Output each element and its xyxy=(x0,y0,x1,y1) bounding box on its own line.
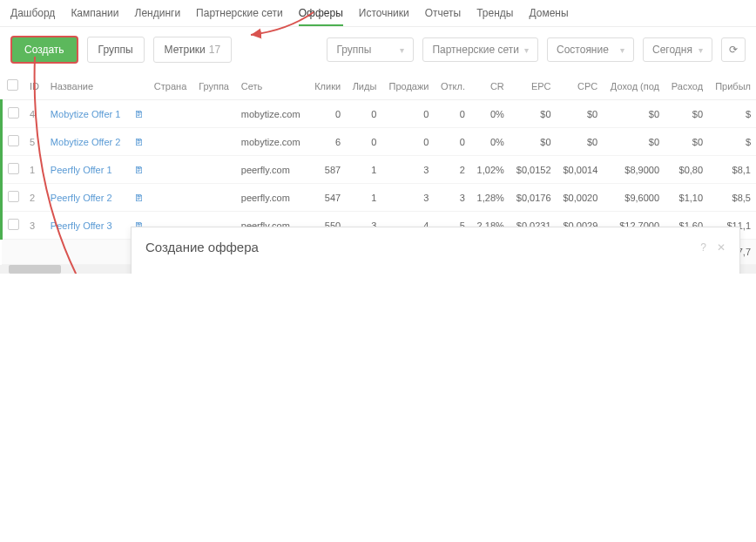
nav-campaigns[interactable]: Кампании xyxy=(71,7,118,19)
col-epc[interactable]: EPC xyxy=(510,72,557,100)
nav-offers[interactable]: Офферы xyxy=(299,7,343,26)
metrics-button[interactable]: Метрики17 xyxy=(153,37,233,63)
row-name-link[interactable]: Peerfly Offer 1 xyxy=(51,165,112,175)
col-network[interactable]: Сеть xyxy=(236,72,308,100)
filter-state[interactable]: Состояние▾ xyxy=(547,37,634,62)
filter-period[interactable]: Сегодня▾ xyxy=(643,37,712,62)
note-icon[interactable]: 🖹 xyxy=(134,137,144,147)
nav-landings[interactable]: Лендинги xyxy=(135,7,181,19)
col-sales[interactable]: Продажи xyxy=(381,72,434,100)
col-clicks[interactable]: Клики xyxy=(308,72,347,100)
col-cpc[interactable]: CPC xyxy=(557,72,604,100)
select-all-checkbox[interactable] xyxy=(7,79,18,91)
row-network: mobytize.com xyxy=(236,100,308,128)
row-network: peerfly.com xyxy=(236,184,308,212)
row-id: 5 xyxy=(24,128,45,156)
row-checkbox[interactable] xyxy=(8,163,19,174)
row-checkbox[interactable] xyxy=(8,135,19,146)
col-profit[interactable]: Прибыл xyxy=(708,72,756,100)
chevron-down-icon: ▾ xyxy=(620,45,624,55)
note-icon[interactable]: 🖹 xyxy=(134,193,144,203)
table-row[interactable]: 2Peerfly Offer 2🖹peerfly.com5471331,28%$… xyxy=(2,184,757,212)
row-name-link[interactable]: Mobytize Offer 1 xyxy=(51,109,121,119)
chevron-down-icon: ▾ xyxy=(400,45,404,55)
create-offer-modal: Создание оффера ? ✕ Основные Дополнитель… xyxy=(131,227,740,274)
chevron-down-icon: ▾ xyxy=(524,45,529,55)
col-reject[interactable]: Откл. xyxy=(434,72,470,100)
tab-advanced[interactable]: Дополнительные настройки xyxy=(216,267,354,274)
row-name-link[interactable]: Mobytize Offer 2 xyxy=(51,137,121,147)
table-row[interactable]: 4Mobytize Offer 1🖹mobytize.com00000%$0$0… xyxy=(2,100,757,128)
col-cr[interactable]: CR xyxy=(470,72,510,100)
nav-domains[interactable]: Домены xyxy=(529,7,568,19)
row-name-link[interactable]: Peerfly Offer 3 xyxy=(51,220,112,231)
row-id: 4 xyxy=(24,100,45,128)
tab-main[interactable]: Основные xyxy=(145,267,199,274)
nav-reports[interactable]: Отчеты xyxy=(425,7,461,19)
nav-sources[interactable]: Источники xyxy=(359,7,409,19)
refresh-button[interactable]: ⟳ xyxy=(721,37,746,62)
chevron-down-icon: ▾ xyxy=(699,45,703,55)
close-icon[interactable]: ✕ xyxy=(717,241,726,254)
nav-networks[interactable]: Партнерские сети xyxy=(196,7,283,19)
col-name[interactable]: Название xyxy=(45,72,129,100)
nav-dashboard[interactable]: Дашборд xyxy=(10,7,55,19)
groups-button[interactable]: Группы xyxy=(87,37,145,63)
col-id[interactable]: ID xyxy=(24,72,45,100)
row-id: 3 xyxy=(24,212,45,240)
filter-networks[interactable]: Партнерские сети▾ xyxy=(422,37,538,62)
table-row[interactable]: 5Mobytize Offer 2🖹mobytize.com60000%$0$0… xyxy=(2,128,757,156)
nav-trends[interactable]: Тренды xyxy=(476,7,513,19)
help-icon[interactable]: ? xyxy=(700,241,706,254)
row-checkbox[interactable] xyxy=(8,107,19,119)
create-button[interactable]: Создать xyxy=(10,36,78,64)
col-cost[interactable]: Расход xyxy=(665,72,708,100)
row-name-link[interactable]: Peerfly Offer 2 xyxy=(51,193,112,203)
row-network: peerfly.com xyxy=(236,156,308,184)
col-leads[interactable]: Лиды xyxy=(346,72,381,100)
col-country[interactable]: Страна xyxy=(149,72,193,100)
note-icon[interactable]: 🖹 xyxy=(134,109,144,119)
row-id: 1 xyxy=(24,156,45,184)
col-group[interactable]: Группа xyxy=(193,72,236,100)
table-row[interactable]: 1Peerfly Offer 1🖹peerfly.com5871321,02%$… xyxy=(2,156,757,184)
row-checkbox[interactable] xyxy=(8,191,19,202)
refresh-icon: ⟳ xyxy=(729,44,738,56)
modal-title: Создание оффера xyxy=(145,240,259,254)
row-id: 2 xyxy=(24,184,45,212)
row-network: mobytize.com xyxy=(236,128,308,156)
note-icon[interactable]: 🖹 xyxy=(134,165,144,175)
col-revenue[interactable]: Доход (под xyxy=(603,72,665,100)
filter-groups[interactable]: Группы▾ xyxy=(327,37,414,62)
row-checkbox[interactable] xyxy=(8,219,19,230)
tab-notes[interactable]: Заметки xyxy=(372,267,415,274)
